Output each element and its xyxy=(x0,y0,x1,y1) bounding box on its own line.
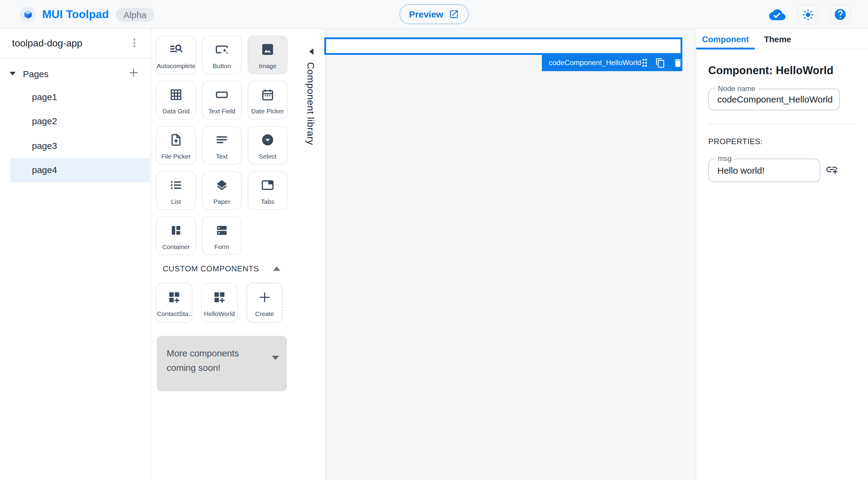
app-name-row: toolpad-dog-app xyxy=(0,29,151,59)
custom-components-label: CUSTOM COMPONENTS xyxy=(163,264,273,273)
plus-icon xyxy=(127,66,140,81)
preview-button[interactable]: Preview xyxy=(399,4,468,24)
component-tile-data-grid[interactable]: Data Grid xyxy=(156,81,196,119)
text-icon xyxy=(215,133,229,150)
component-tile-file-picker[interactable]: File Picker xyxy=(156,126,196,164)
topbar: MUI Toolpad Alpha Preview xyxy=(0,0,868,29)
tile-label: Data Grid xyxy=(162,107,190,115)
custom-component-tiles: ContactSta… HelloWorld Create xyxy=(156,283,289,323)
inspector-tabs: Component Theme xyxy=(696,29,868,50)
tile-label: Autocomplete xyxy=(157,62,195,69)
node-name-field[interactable]: Node name codeComponent_HelloWorld xyxy=(708,89,840,110)
preview-button-label: Preview xyxy=(409,9,443,19)
component-library-panel: Autocomplete Button Image Data Grid Text… xyxy=(151,29,326,480)
component-tile-text-field[interactable]: Text Field xyxy=(202,81,242,119)
collapse-triangle-icon[interactable] xyxy=(10,72,16,76)
tile-label: Create xyxy=(255,310,274,317)
dashboard-customize-icon xyxy=(212,290,227,307)
tile-label: Paper xyxy=(213,198,230,205)
cloud-synced-icon xyxy=(769,6,785,23)
component-tile-button[interactable]: Button xyxy=(202,36,242,74)
form-icon xyxy=(215,223,229,240)
custom-components-header: CUSTOM COMPONENTS xyxy=(163,264,283,273)
image-icon xyxy=(260,42,275,59)
add-page-button[interactable] xyxy=(125,66,141,82)
msg-property-row: msg Hello world! xyxy=(708,158,856,182)
selected-node-label: codeComponent_HelloWorld xyxy=(549,59,641,67)
tab-component[interactable]: Component xyxy=(696,29,755,49)
create-component-button[interactable]: Create xyxy=(247,283,283,323)
expand-banner-icon[interactable] xyxy=(272,352,279,362)
open-in-new-icon xyxy=(449,9,459,19)
add-binding-button[interactable] xyxy=(825,163,838,178)
list-icon xyxy=(169,178,183,195)
sidebar-item-page3[interactable]: page3 xyxy=(0,133,151,158)
text-field-icon xyxy=(215,87,229,104)
selected-component-outline[interactable] xyxy=(324,37,682,55)
msg-label: msg xyxy=(715,154,735,163)
autocomplete-icon xyxy=(169,42,183,59)
dashboard-customize-icon xyxy=(167,290,181,307)
banner-text: More components coming soon! xyxy=(156,336,287,374)
drag-handle[interactable] xyxy=(641,58,648,68)
mui-toolpad-logo-icon xyxy=(20,7,36,22)
component-tile-date-picker[interactable]: Date Picker xyxy=(248,81,287,119)
tabs-icon xyxy=(260,178,275,195)
plus-icon xyxy=(257,290,272,307)
tile-label: Button xyxy=(213,62,231,69)
paper-icon xyxy=(215,178,229,195)
tile-label: Tabs xyxy=(261,198,274,205)
component-tile-select[interactable]: Select xyxy=(248,126,287,164)
component-tile-container[interactable]: Container xyxy=(156,216,196,255)
duplicate-icon[interactable] xyxy=(655,58,665,68)
tile-label: Text Field xyxy=(208,107,236,115)
app-title: MUI Toolpad xyxy=(42,8,109,21)
tile-label: Container xyxy=(162,243,190,250)
component-tiles: Autocomplete Button Image Data Grid Text… xyxy=(156,36,289,255)
pages-section-header[interactable]: Pages xyxy=(0,63,151,84)
node-name-label: Node name xyxy=(715,84,758,93)
help-button[interactable] xyxy=(830,4,850,25)
component-tile-list[interactable]: List xyxy=(156,171,196,210)
theme-toggle-button[interactable] xyxy=(798,4,818,25)
tile-label: ContactSta… xyxy=(157,310,191,317)
tile-label: List xyxy=(171,198,181,205)
sidebar-item-page2[interactable]: page2 xyxy=(0,109,151,133)
sidebar-item-page1[interactable]: page1 xyxy=(0,84,151,109)
tile-label: Form xyxy=(215,243,229,250)
library-title: Component library xyxy=(305,62,316,145)
tile-label: Date Picker xyxy=(251,107,284,115)
tab-theme[interactable]: Theme xyxy=(755,29,801,49)
more-components-banner[interactable]: More components coming soon! xyxy=(156,336,287,391)
container-icon xyxy=(169,223,183,240)
delete-icon[interactable] xyxy=(673,58,683,68)
tile-label: Text xyxy=(216,153,228,160)
data-grid-icon xyxy=(169,87,183,104)
pages-label: Pages xyxy=(23,68,125,79)
component-tile-tabs[interactable]: Tabs xyxy=(248,171,287,210)
sidebar-item-page4[interactable]: page4 xyxy=(10,158,150,182)
brand: MUI Toolpad Alpha xyxy=(20,0,154,29)
tile-label: Image xyxy=(259,62,276,69)
collapse-library-button[interactable] xyxy=(309,48,313,57)
smart-button-icon xyxy=(215,42,229,59)
component-tile-form[interactable]: Form xyxy=(202,216,242,255)
inspector-content: Component: HelloWorld Node name codeComp… xyxy=(708,50,856,182)
component-tile-image[interactable]: Image xyxy=(248,36,287,74)
date-picker-icon xyxy=(260,87,275,104)
properties-label: PROPERTIES: xyxy=(708,137,856,146)
msg-field[interactable]: msg Hello world! xyxy=(708,158,820,182)
help-icon xyxy=(834,8,847,21)
component-tile-contactstatus[interactable]: ContactSta… xyxy=(156,283,192,323)
collapse-section-icon[interactable] xyxy=(273,267,280,271)
select-icon xyxy=(260,133,275,150)
component-tile-autocomplete[interactable]: Autocomplete xyxy=(156,36,196,74)
canvas[interactable]: codeComponent_HelloWorld xyxy=(326,29,695,480)
tile-label: Select xyxy=(259,153,276,160)
selected-node-toolbar: codeComponent_HelloWorld xyxy=(541,55,682,71)
component-tile-text[interactable]: Text xyxy=(202,126,242,164)
component-tile-paper[interactable]: Paper xyxy=(202,171,242,210)
library-rail: Component library xyxy=(301,29,326,480)
app-menu-button[interactable] xyxy=(126,35,143,52)
component-tile-helloworld[interactable]: HelloWorld xyxy=(201,283,238,323)
